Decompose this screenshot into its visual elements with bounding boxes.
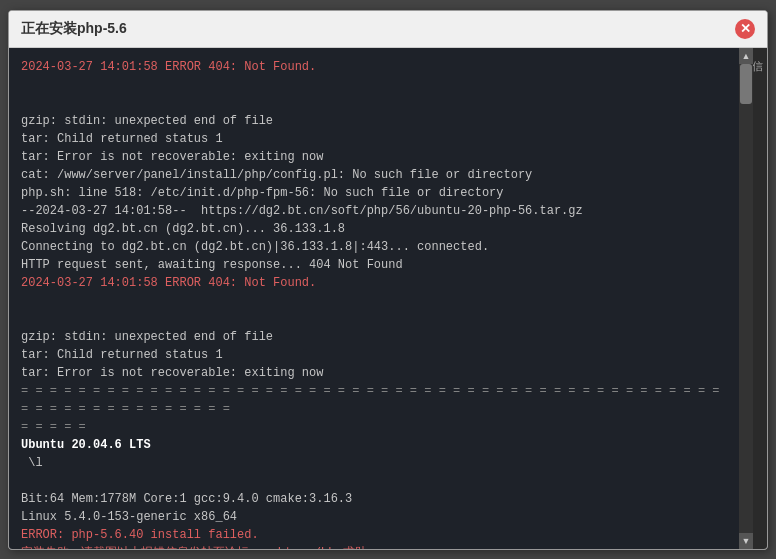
terminal-line: gzip: stdin: unexpected end of file bbox=[21, 114, 273, 128]
terminal-line: 2024-03-27 14:01:58 ERROR 404: Not Found… bbox=[21, 60, 316, 74]
terminal-line: ERROR: php-5.6.40 install failed. bbox=[21, 528, 259, 542]
scrollbar[interactable]: ▲ ▼ bbox=[739, 48, 753, 549]
title-bar: 正在安装php-5.6 ✕ bbox=[9, 11, 767, 48]
terminal-line: HTTP request sent, awaiting response... … bbox=[21, 258, 403, 272]
terminal-line: tar: Error is not recoverable: exiting n… bbox=[21, 366, 323, 380]
terminal-line: tar: Child returned status 1 bbox=[21, 348, 223, 362]
terminal-line: Linux 5.4.0-153-generic x86_64 bbox=[21, 510, 237, 524]
terminal-line: --2024-03-27 14:01:58-- https://dg2.bt.c… bbox=[21, 204, 583, 218]
sidebar-label: 信 bbox=[753, 48, 767, 549]
terminal-line: Bit:64 Mem:1778M Core:1 gcc:9.4.0 cmake:… bbox=[21, 492, 352, 506]
window-title: 正在安装php-5.6 bbox=[21, 20, 127, 38]
terminal-line: cat: /www/server/panel/install/php/confi… bbox=[21, 168, 532, 182]
terminal-line: Connecting to dg2.bt.cn (dg2.bt.cn)|36.1… bbox=[21, 240, 489, 254]
terminal-output: 2024-03-27 14:01:58 ERROR 404: Not Found… bbox=[9, 48, 739, 549]
terminal-line: Ubuntu 20.04.6 LTS bbox=[21, 438, 151, 452]
close-button[interactable]: ✕ bbox=[735, 19, 755, 39]
scroll-up-arrow[interactable]: ▲ bbox=[739, 48, 753, 64]
scrollbar-thumb[interactable] bbox=[740, 64, 752, 104]
terminal-line: Resolving dg2.bt.cn (dg2.bt.cn)... 36.13… bbox=[21, 222, 345, 236]
scrollbar-track[interactable] bbox=[739, 64, 753, 533]
terminal-line: 2024-03-27 14:01:58 ERROR 404: Not Found… bbox=[21, 276, 316, 290]
scroll-down-arrow[interactable]: ▼ bbox=[739, 533, 753, 549]
terminal-line: = = = = = bbox=[21, 420, 86, 434]
terminal-line: php.sh: line 518: /etc/init.d/php-fpm-56… bbox=[21, 186, 503, 200]
terminal-line: tar: Child returned status 1 bbox=[21, 132, 223, 146]
terminal-line: 安装失败，请截图以上报错信息发帖至论坛www.bt.cn/bbs求助 bbox=[21, 546, 367, 549]
terminal-line: tar: Error is not recoverable: exiting n… bbox=[21, 150, 323, 164]
terminal-line: gzip: stdin: unexpected end of file bbox=[21, 330, 273, 344]
terminal-line: = = = = = = = = = = = = = = = = = = = = … bbox=[21, 384, 727, 416]
terminal-line: \l bbox=[21, 456, 43, 470]
content-area: 2024-03-27 14:01:58 ERROR 404: Not Found… bbox=[9, 48, 767, 549]
main-window: 正在安装php-5.6 ✕ 2024-03-27 14:01:58 ERROR … bbox=[8, 10, 768, 550]
